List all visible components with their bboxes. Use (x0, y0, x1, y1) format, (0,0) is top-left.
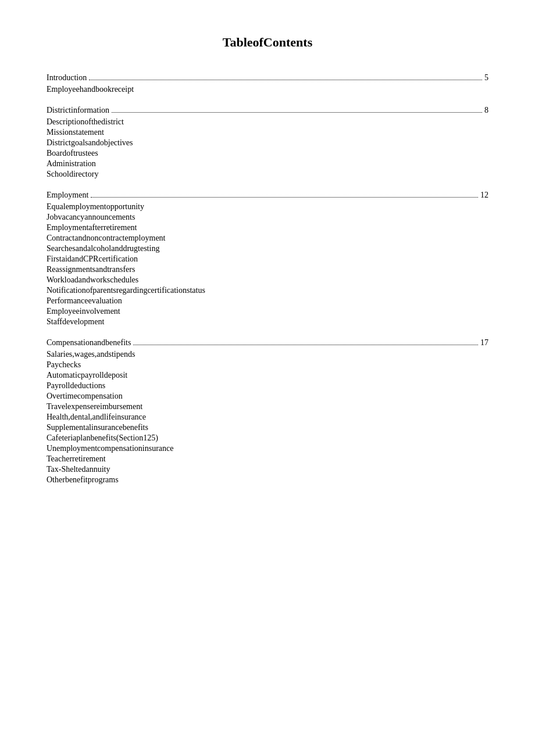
toc-item-label-4-12: Otherbenefitprograms (47, 475, 119, 485)
toc-item-label-4-10: Teacherretirement (47, 454, 106, 464)
toc-item-4-10: Teacherretirement (47, 454, 488, 464)
toc-section-label-2: Districtinformation (47, 106, 109, 115)
toc-item-4-8: Cafeteriaplanbenefits(Section125) (47, 433, 488, 443)
toc-section-label-4: Compensationandbenefits (47, 338, 131, 347)
toc-item-4-7: Supplementalinsurancebenefits (47, 423, 488, 432)
toc-item-2-5: Schooldirectory (47, 170, 488, 179)
toc-item-label-3-3: Contractandnoncontractemployment (47, 234, 166, 243)
toc-item-label-3-0: Equalemploymentopportunity (47, 202, 144, 212)
toc-section-label-3: Employment (47, 191, 88, 200)
toc-item-4-5: Travelexpensereimbursement (47, 402, 488, 411)
toc-item-2-1: Missionstatement (47, 128, 488, 137)
toc-item-label-4-0: Salaries,wages,andstipends (47, 350, 135, 359)
toc-item-3-7: Workloadandworkschedules (47, 275, 488, 285)
toc-item-3-5: FirstaidandCPRcertification (47, 255, 488, 264)
toc-item-label-2-3: Boardoftrustees (47, 149, 98, 158)
toc-item-4-1: Paychecks (47, 360, 488, 370)
toc-section-label-0: Introduction (47, 73, 87, 83)
toc-page-2: 8 (484, 106, 488, 115)
toc-item-2-0: Descriptionofthedistrict (47, 117, 488, 127)
toc-item-3-10: Employeeinvolvement (47, 307, 488, 316)
toc-label-1: Employeehandbookreceipt (47, 85, 134, 94)
toc-item-label-4-2: Automaticpayrolldeposit (47, 371, 127, 380)
toc-item-3-11: Staffdevelopment (47, 317, 488, 327)
toc-item-3-1: Jobvacancyannouncements (47, 213, 488, 222)
toc-item-2-4: Administration (47, 159, 488, 169)
toc-item-label-3-2: Employmentafterretirement (47, 223, 137, 232)
toc-item-2-2: Districtgoalsandobjectives (47, 138, 488, 148)
toc-item-4-9: Unemploymentcompensationinsurance (47, 444, 488, 453)
toc-item-label-3-11: Staffdevelopment (47, 317, 104, 327)
toc-item-label-4-8: Cafeteriaplanbenefits(Section125) (47, 433, 158, 443)
toc-item-label-4-5: Travelexpensereimbursement (47, 402, 142, 411)
toc-item-label-3-9: Performanceevaluation (47, 296, 122, 306)
toc-section-header-0: Introduction5 (47, 73, 488, 83)
toc-item-3-3: Contractandnoncontractemployment (47, 234, 488, 243)
toc-dots-2 (112, 112, 482, 113)
toc-section-1: Employeehandbookreceipt (47, 85, 488, 94)
toc-item-label-3-4: Searchesandalcoholanddrugtesting (47, 244, 159, 253)
toc-item-3-9: Performanceevaluation (47, 296, 488, 306)
toc-dots-0 (89, 80, 482, 80)
toc-item-label-4-7: Supplementalinsurancebenefits (47, 423, 148, 432)
toc-item-label-2-4: Administration (47, 159, 96, 169)
toc-item-label-4-1: Paychecks (47, 360, 81, 370)
toc-section-header-3: Employment12 (47, 191, 488, 200)
toc-item-label-3-7: Workloadandworkschedules (47, 275, 138, 285)
toc-item-3-6: Reassignmentsandtransfers (47, 265, 488, 274)
toc-item-label-3-8: Notificationofparentsregardingcertificat… (47, 286, 205, 295)
toc-item-4-12: Otherbenefitprograms (47, 475, 488, 485)
toc-item-4-4: Overtimecompensation (47, 392, 488, 401)
toc-item-3-0: Equalemploymentopportunity (47, 202, 488, 212)
toc-item-label-3-10: Employeeinvolvement (47, 307, 120, 316)
toc-item-label-2-1: Missionstatement (47, 128, 104, 137)
toc-item-4-6: Health,dental,andlifeinsurance (47, 413, 488, 422)
toc-item-label-3-5: FirstaidandCPRcertification (47, 255, 138, 264)
toc-item-3-2: Employmentafterretirement (47, 223, 488, 232)
toc-item-label-2-0: Descriptionofthedistrict (47, 117, 124, 127)
toc-item-label-4-4: Overtimecompensation (47, 392, 123, 401)
toc-item-label-3-6: Reassignmentsandtransfers (47, 265, 135, 274)
toc-item-label-4-11: Tax-Sheltedannuity (47, 465, 110, 474)
toc-item-4-3: Payrolldeductions (47, 381, 488, 390)
toc-item-4-2: Automaticpayrolldeposit (47, 371, 488, 380)
toc-item-2-3: Boardoftrustees (47, 149, 488, 158)
toc-item-4-11: Tax-Sheltedannuity (47, 465, 488, 474)
toc-page-4: 17 (480, 338, 488, 347)
toc-section-header-2: Districtinformation8 (47, 106, 488, 115)
toc-item-label-4-6: Health,dental,andlifeinsurance (47, 413, 146, 422)
toc-item-label-4-3: Payrolldeductions (47, 381, 105, 390)
toc-item-label-3-1: Jobvacancyannouncements (47, 213, 135, 222)
toc-container: Introduction5EmployeehandbookreceiptDist… (47, 73, 488, 485)
toc-section-header-4: Compensationandbenefits17 (47, 338, 488, 347)
toc-item-label-4-9: Unemploymentcompensationinsurance (47, 444, 174, 453)
toc-item-3-4: Searchesandalcoholanddrugtesting (47, 244, 488, 253)
toc-item-3-8: Notificationofparentsregardingcertificat… (47, 286, 488, 295)
toc-page-3: 12 (480, 191, 488, 200)
toc-dots-3 (91, 197, 478, 198)
toc-item-4-0: Salaries,wages,andstipends (47, 350, 488, 359)
toc-page-0: 5 (484, 73, 488, 83)
page-title: TableofContents (47, 35, 488, 50)
toc-item-label-2-2: Districtgoalsandobjectives (47, 138, 133, 148)
toc-dots-4 (133, 345, 478, 345)
toc-item-label-2-5: Schooldirectory (47, 170, 98, 179)
